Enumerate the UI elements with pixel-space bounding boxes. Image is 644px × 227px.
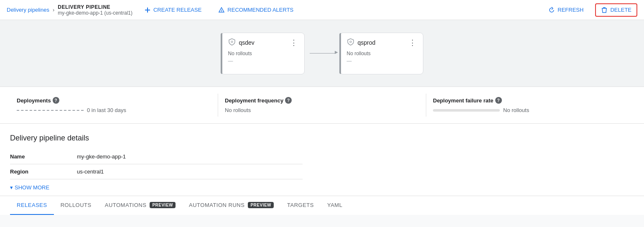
breadcrumb-current: DELIVERY PIPELINE my-gke-demo-app-1 (us-… [58, 4, 132, 16]
shield-icon-qsdev [228, 38, 236, 47]
details-row-name: Name my-gke-demo-app-1 [10, 149, 303, 164]
node-menu-qsdev[interactable]: ⋮ [290, 38, 298, 47]
details-section: Delivery pipeline details Name my-gke-de… [0, 124, 644, 196]
top-bar: Delivery pipelines › DELIVERY PIPELINE m… [0, 0, 644, 20]
details-value-name: my-gke-demo-app-1 [77, 149, 303, 164]
svg-rect-1 [145, 10, 150, 10]
node-title-row-qsprod: qsprod [347, 38, 376, 47]
metrics-section: Deployments ? 0 in last 30 days Deployme… [0, 87, 644, 124]
details-value-region: us-central1 [77, 164, 303, 179]
refresh-button[interactable]: REFRESH [543, 4, 588, 16]
breadcrumb-arrow: › [53, 7, 54, 13]
show-more-button[interactable]: ▾ SHOW MORE [10, 179, 634, 196]
tab-yaml[interactable]: YAML [321, 196, 349, 215]
breadcrumb: Delivery pipelines › DELIVERY PIPELINE m… [7, 4, 132, 16]
pipeline-nodes: qsdev ⋮ No rollouts — [221, 33, 423, 74]
metric-deployments-label: Deployments ? [17, 97, 211, 104]
pipeline-section: qsdev ⋮ No rollouts — [0, 20, 644, 87]
metric-deployment-frequency: Deployment frequency ? No rollouts [218, 94, 426, 117]
svg-point-3 [231, 41, 233, 43]
node-menu-qsprod[interactable]: ⋮ [409, 38, 416, 47]
metric-failure-value: No rollouts [433, 107, 627, 113]
pipeline-node-qsprod: qsprod ⋮ No rollouts — [340, 33, 423, 74]
tab-automations[interactable]: AUTOMATIONS PREVIEW [98, 196, 182, 215]
alert-icon [218, 7, 225, 13]
metric-frequency-value: No rollouts [225, 107, 419, 113]
deployments-help-icon: ? [53, 97, 59, 104]
tab-releases[interactable]: RELEASES [10, 196, 54, 215]
node-dash-qsdev: — [228, 58, 298, 64]
deployments-dashed-line [17, 110, 84, 111]
node-title-row-qsdev: qsdev [228, 38, 255, 47]
node-status-qsprod: No rollouts [347, 51, 416, 56]
pipeline-arrow [305, 53, 340, 54]
details-label-name: Name [10, 149, 77, 164]
add-icon [144, 7, 151, 13]
refresh-icon [548, 7, 555, 13]
metric-deployments: Deployments ? 0 in last 30 days [10, 94, 218, 117]
recommended-alerts-button[interactable]: RECOMMENDED ALERTS [213, 4, 298, 16]
chevron-down-icon: ▾ [10, 184, 13, 191]
metric-deployments-value: 0 in last 30 days [17, 107, 211, 113]
tab-rollouts[interactable]: ROLLOUTS [54, 196, 98, 215]
delete-button[interactable]: DELETE [595, 3, 637, 17]
metric-frequency-label: Deployment frequency ? [225, 97, 419, 104]
arrow-line [310, 53, 335, 54]
pipeline-label: DELIVERY PIPELINE [58, 4, 132, 10]
failure-help-icon: ? [495, 97, 502, 104]
tab-targets[interactable]: TARGETS [280, 196, 321, 215]
node-header-qsdev: qsdev ⋮ [228, 38, 298, 47]
node-title-qsdev: qsdev [239, 39, 255, 46]
svg-point-2 [221, 11, 222, 12]
delete-icon [601, 7, 608, 13]
automation-runs-preview-badge: PREVIEW [248, 202, 274, 208]
metric-failure-label: Deployment failure rate ? [433, 97, 627, 104]
details-title: Delivery pipeline details [10, 134, 634, 143]
pipeline-name: my-gke-demo-app-1 (us-central1) [58, 10, 132, 16]
failure-rate-bar [433, 109, 500, 112]
automations-preview-badge: PREVIEW [150, 202, 176, 208]
details-row-region: Region us-central1 [10, 164, 303, 179]
metric-failure-rate: Deployment failure rate ? No rollouts [426, 94, 634, 117]
frequency-help-icon: ? [285, 97, 292, 104]
tabs-section: RELEASES ROLLOUTS AUTOMATIONS PREVIEW AU… [0, 196, 644, 215]
node-status-qsdev: No rollouts [228, 51, 298, 56]
svg-point-4 [350, 41, 351, 43]
pipeline-node-qsdev: qsdev ⋮ No rollouts — [221, 33, 305, 74]
node-title-qsprod: qsprod [358, 39, 376, 46]
create-release-button[interactable]: CREATE RELEASE [139, 4, 206, 16]
shield-icon-qsprod [347, 38, 354, 47]
tabs-container: RELEASES ROLLOUTS AUTOMATIONS PREVIEW AU… [0, 196, 644, 215]
tab-automation-runs[interactable]: AUTOMATION RUNS PREVIEW [182, 196, 280, 215]
breadcrumb-link[interactable]: Delivery pipelines [7, 7, 49, 13]
details-table: Name my-gke-demo-app-1 Region us-central… [10, 149, 303, 179]
node-dash-qsprod: — [347, 58, 416, 64]
node-header-qsprod: qsprod ⋮ [347, 38, 416, 47]
details-label-region: Region [10, 164, 77, 179]
